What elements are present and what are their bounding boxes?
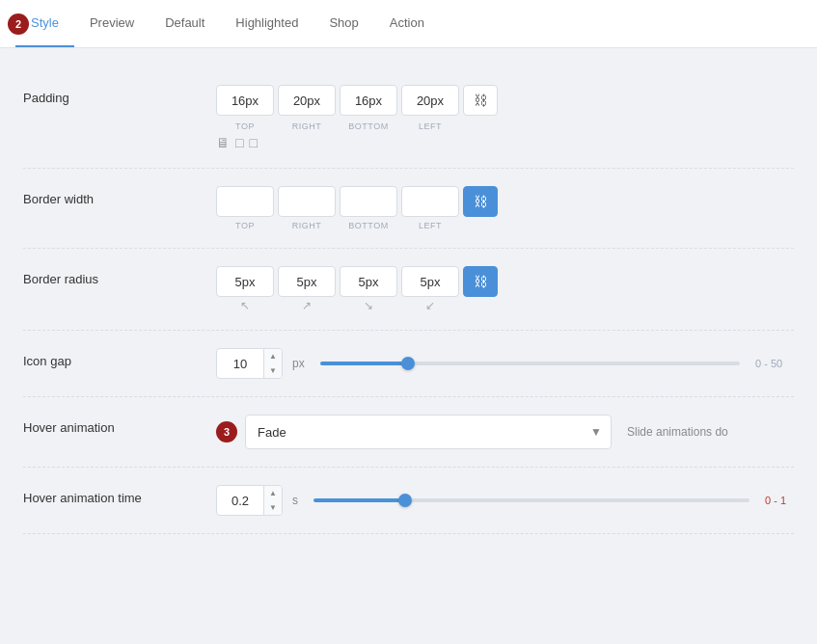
- corner-indicators: ↖ ↗ ↘ ↙: [216, 299, 794, 312]
- border-left-input[interactable]: [401, 186, 459, 217]
- padding-top-label: TOP: [216, 121, 274, 131]
- hover-animation-select-wrap: Fade Slide None ▼: [245, 415, 612, 449]
- border-width-inputs: ⛓: [216, 186, 794, 217]
- icon-gap-slider[interactable]: [320, 362, 740, 365]
- anim-time-spinners: ▲ ▼: [263, 486, 282, 515]
- corner-br-icon: ↘: [340, 299, 397, 312]
- border-tl-input[interactable]: [216, 266, 274, 297]
- hover-animation-time-row: Hover animation time ▲ ▼ s 0 - 1: [23, 468, 794, 534]
- icon-gap-range: 0 - 50: [755, 358, 794, 369]
- border-radius-link-button[interactable]: ⛓: [463, 266, 498, 297]
- padding-right-wrap: [278, 85, 336, 116]
- border-width-label: Border width: [23, 186, 216, 206]
- anim-time-down[interactable]: ▼: [264, 500, 282, 515]
- anim-time-input-row: ▲ ▼ s 0 - 1: [216, 485, 794, 516]
- anim-time-input-wrap: ▲ ▼: [216, 485, 283, 516]
- border-width-labels: TOP RIGHT BOTTOM LEFT: [216, 221, 794, 230]
- icon-gap-unit: px: [292, 357, 305, 370]
- border-radius-label: Border radius: [23, 266, 216, 286]
- anim-time-input[interactable]: [217, 486, 263, 515]
- border-bottom-input[interactable]: [340, 186, 397, 217]
- tab-preview[interactable]: Preview: [74, 0, 150, 47]
- border-radius-inputs: ⛓: [216, 266, 794, 297]
- padding-bottom-wrap: [340, 85, 397, 116]
- padding-device-icons: 🖥 □ □: [216, 135, 794, 150]
- icon-gap-input[interactable]: [217, 349, 263, 378]
- bw-top-label: TOP: [216, 221, 274, 230]
- anim-input-row: 3 Fade Slide None ▼ Slide animations do: [216, 415, 794, 449]
- padding-row: Padding ⛓ TOP RIGHT BOTTOM: [23, 67, 794, 169]
- padding-label: Padding: [23, 85, 216, 105]
- hover-animation-select[interactable]: Fade Slide None: [245, 415, 612, 449]
- step-badge-2: 2: [8, 13, 29, 35]
- tab-shop[interactable]: Shop: [313, 0, 373, 47]
- border-width-row: Border width ⛓ TOP RIGHT BOTTOM LEFT: [23, 169, 794, 249]
- tab-highlighted[interactable]: Highlighted: [220, 0, 313, 47]
- padding-bottom-label: BOTTOM: [340, 121, 397, 131]
- padding-bottom-input[interactable]: [340, 85, 397, 116]
- hover-animation-label: Hover animation: [23, 415, 216, 435]
- icon-gap-row: Icon gap ▲ ▼ px 0 - 50: [23, 331, 794, 397]
- border-top-input[interactable]: [216, 186, 274, 217]
- icon-gap-input-wrap: ▲ ▼: [216, 348, 283, 379]
- step-badge-3: 3: [216, 421, 237, 443]
- padding-controls: ⛓ TOP RIGHT BOTTOM LEFT 🖥 □ □: [216, 85, 794, 150]
- anim-time-up[interactable]: ▲: [264, 486, 282, 500]
- border-bl-input[interactable]: [401, 266, 459, 297]
- tab-default[interactable]: Default: [150, 0, 220, 47]
- padding-left-label: LEFT: [401, 121, 459, 131]
- anim-time-slider[interactable]: [313, 498, 749, 502]
- bw-right-label: RIGHT: [278, 221, 336, 230]
- tabs-bar: 2 Style Preview Default Highlighted Shop…: [0, 0, 817, 48]
- hover-animation-time-label: Hover animation time: [23, 485, 216, 505]
- padding-top-wrap: [216, 85, 274, 116]
- corner-bl-icon: ↙: [401, 299, 459, 312]
- anim-time-slider-container: [313, 498, 749, 502]
- icon-gap-label: Icon gap: [23, 348, 216, 368]
- border-right-input[interactable]: [278, 186, 336, 217]
- hover-animation-row: Hover animation 3 Fade Slide None ▼ Slid…: [23, 397, 794, 468]
- bw-left-label: LEFT: [401, 221, 459, 230]
- icon-gap-spinners: ▲ ▼: [263, 349, 282, 378]
- padding-top-input[interactable]: [216, 85, 274, 116]
- padding-left-input[interactable]: [401, 85, 459, 116]
- padding-link-button[interactable]: ⛓: [463, 85, 498, 116]
- icon-gap-slider-container: [320, 362, 740, 365]
- padding-right-label: RIGHT: [278, 121, 336, 131]
- content-area: Padding ⛓ TOP RIGHT BOTTOM: [0, 48, 817, 553]
- border-radius-row: Border radius ⛓ ↖ ↗ ↘ ↙: [23, 249, 794, 331]
- tab-action[interactable]: Action: [374, 0, 440, 47]
- mobile-icon[interactable]: □: [249, 135, 257, 150]
- border-tr-input[interactable]: [278, 266, 336, 297]
- icon-gap-up[interactable]: ▲: [264, 349, 282, 363]
- padding-labels: TOP RIGHT BOTTOM LEFT: [216, 121, 794, 131]
- border-width-link-button[interactable]: ⛓: [463, 186, 498, 217]
- icon-gap-controls: ▲ ▼ px 0 - 50: [216, 348, 794, 379]
- padding-right-input[interactable]: [278, 85, 336, 116]
- padding-left-wrap: [401, 85, 459, 116]
- tablet-icon[interactable]: □: [235, 135, 243, 150]
- slide-animations-note: Slide animations do: [627, 425, 728, 439]
- border-width-controls: ⛓ TOP RIGHT BOTTOM LEFT: [216, 186, 794, 230]
- icon-gap-input-row: ▲ ▼ px 0 - 50: [216, 348, 794, 379]
- border-radius-controls: ⛓ ↖ ↗ ↘ ↙: [216, 266, 794, 312]
- hover-animation-time-controls: ▲ ▼ s 0 - 1: [216, 485, 794, 516]
- desktop-icon[interactable]: 🖥: [216, 135, 230, 150]
- bw-bottom-label: BOTTOM: [340, 221, 397, 230]
- anim-time-range: 0 - 1: [765, 495, 794, 506]
- icon-gap-down[interactable]: ▼: [264, 363, 282, 378]
- anim-time-unit: s: [292, 494, 298, 507]
- corner-tr-icon: ↗: [278, 299, 336, 312]
- padding-inputs: ⛓: [216, 85, 794, 116]
- corner-tl-icon: ↖: [216, 299, 274, 312]
- hover-animation-controls: 3 Fade Slide None ▼ Slide animations do: [216, 415, 794, 449]
- border-br-input[interactable]: [340, 266, 397, 297]
